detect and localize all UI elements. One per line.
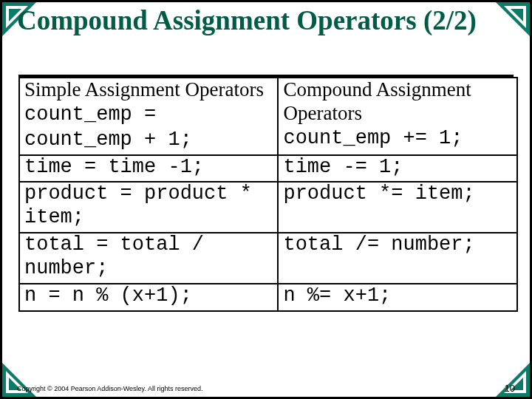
row3-left: total = total / number; (19, 233, 278, 284)
copyright-footer: Copyright © 2004 Pearson Addison-Wesley.… (17, 385, 202, 392)
row1-left: time = time -1; (19, 155, 278, 183)
slide-title: Compound Assignment Operators (2/2) (17, 5, 508, 37)
row3-right: total /= number; (278, 233, 517, 284)
row1-right: time -= 1; (278, 155, 517, 183)
table-row: time = time -1; time -= 1; (19, 155, 517, 183)
table-row: total = total / number; total /= number; (19, 233, 517, 284)
row0-left: count_emp = count_emp + 1; (24, 103, 192, 151)
row4-left: n = n % (x+1); (19, 284, 278, 311)
header-left: Simple Assignment Operators count_emp = … (19, 78, 278, 155)
table-row: n = n % (x+1); n %= x+1; (19, 284, 517, 311)
slide: Compound Assignment Operators (2/2) Simp… (0, 0, 532, 399)
header-left-text: Simple Assignment Operators (24, 78, 264, 100)
row0-right: count_emp += 1; (283, 127, 463, 149)
row2-left: product = product * item; (19, 182, 278, 233)
table-row: product = product * item; product *= ite… (19, 182, 517, 233)
header-right-text: Compound Assignment Operators (283, 78, 471, 124)
page-number: 10 (505, 383, 515, 394)
row2-right: product *= item; (278, 182, 517, 233)
header-right: Compound Assignment Operators count_emp … (278, 78, 517, 155)
row4-right: n %= x+1; (278, 284, 517, 311)
comparison-table: Simple Assignment Operators count_emp = … (18, 77, 518, 312)
table-header-row: Simple Assignment Operators count_emp = … (19, 78, 517, 155)
